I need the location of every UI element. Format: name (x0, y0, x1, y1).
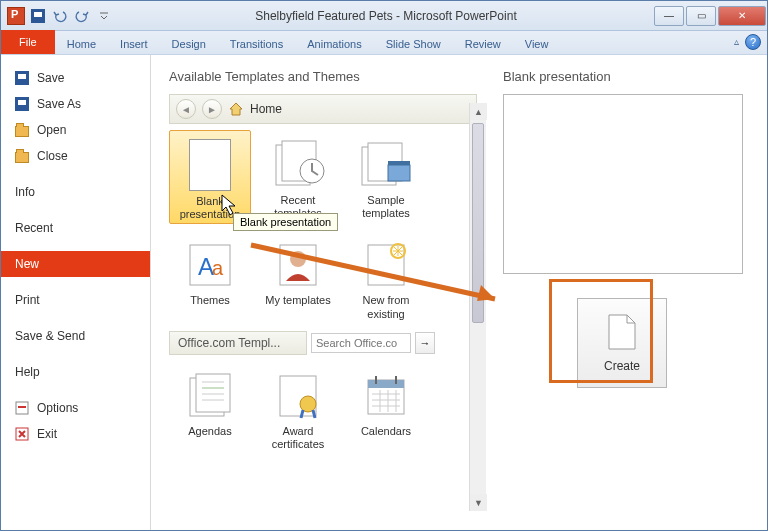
template-agendas[interactable]: Agendas (169, 361, 251, 453)
sidebar-save-as[interactable]: Save As (1, 91, 150, 117)
window-title: Shelbyfield Featured Pets - Microsoft Po… (119, 9, 653, 23)
sidebar-label: Options (37, 401, 78, 415)
tab-view[interactable]: View (513, 34, 561, 54)
template-label: Themes (171, 294, 249, 320)
sidebar-exit[interactable]: Exit (1, 421, 150, 447)
office-templates-row: Office.com Templ... → (169, 331, 435, 355)
undo-icon (53, 9, 67, 23)
quick-access-toolbar (1, 7, 119, 25)
office-template-grid: Agendas Award certificates Calendars (169, 361, 439, 453)
create-button[interactable]: Create (577, 298, 667, 388)
maximize-button[interactable]: ▭ (686, 6, 716, 26)
scroll-thumb[interactable] (472, 123, 484, 323)
help-button[interactable]: ? (745, 34, 761, 50)
svg-point-14 (290, 251, 306, 267)
template-label: Agendas (171, 425, 249, 451)
search-go-button[interactable]: → (415, 332, 435, 354)
ribbon-tabs: File Home Insert Design Transitions Anim… (1, 31, 767, 55)
save-icon (15, 71, 29, 85)
template-label: Award certificates (259, 425, 337, 451)
svg-rect-26 (368, 380, 404, 388)
sidebar-new[interactable]: New (1, 251, 150, 277)
office-templates-label[interactable]: Office.com Templ... (169, 331, 307, 355)
file-tab[interactable]: File (1, 30, 55, 54)
scroll-up-button[interactable]: ▲ (470, 103, 487, 120)
tab-review[interactable]: Review (453, 34, 513, 54)
template-calendars[interactable]: Calendars (345, 361, 427, 453)
chevron-down-icon (100, 12, 108, 20)
backstage-main: Available Templates and Themes ◄ ► Home … (151, 55, 767, 530)
preview-heading: Blank presentation (503, 69, 751, 84)
sidebar-label: Close (37, 149, 68, 163)
award-certificates-icon (266, 367, 330, 423)
sidebar-label: New (15, 257, 39, 271)
tab-design[interactable]: Design (160, 34, 218, 54)
window-controls: — ▭ ✕ (653, 6, 767, 26)
home-icon[interactable] (228, 101, 244, 117)
backstage-sidebar: Save Save As Open Close Info Recent New … (1, 55, 151, 530)
sidebar-label: Save & Send (15, 329, 85, 343)
sidebar-label: Print (15, 293, 40, 307)
backstage-body: Save Save As Open Close Info Recent New … (1, 55, 767, 530)
template-themes[interactable]: Aa Themes (169, 230, 251, 322)
sidebar-recent[interactable]: Recent (1, 215, 150, 241)
svg-rect-18 (196, 374, 230, 412)
sidebar-close[interactable]: Close (1, 143, 150, 169)
agendas-icon (178, 367, 242, 423)
scroll-down-button[interactable]: ▼ (470, 494, 487, 511)
sidebar-print[interactable]: Print (1, 287, 150, 313)
breadcrumb-forward-button[interactable]: ► (202, 99, 222, 119)
tab-insert[interactable]: Insert (108, 34, 160, 54)
breadcrumb-home[interactable]: Home (250, 102, 282, 116)
my-templates-icon (266, 236, 330, 292)
sidebar-options[interactable]: Options (1, 395, 150, 421)
sidebar-save[interactable]: Save (1, 65, 150, 91)
folder-close-icon (15, 152, 29, 163)
search-office-input[interactable] (311, 333, 411, 353)
sidebar-help[interactable]: Help (1, 359, 150, 385)
qat-undo-button[interactable] (51, 7, 69, 25)
tooltip: Blank presentation (233, 213, 338, 231)
blank-presentation-icon (178, 137, 242, 193)
create-label: Create (604, 359, 640, 373)
themes-icon: Aa (178, 236, 242, 292)
sidebar-label: Exit (37, 427, 57, 441)
svg-rect-1 (18, 406, 26, 408)
close-button[interactable]: ✕ (718, 6, 766, 26)
template-new-from-existing[interactable]: New from existing (345, 230, 427, 322)
template-label: New from existing (347, 294, 425, 320)
templates-heading: Available Templates and Themes (169, 69, 477, 84)
recent-templates-icon (266, 136, 330, 192)
sidebar-label: Help (15, 365, 40, 379)
tab-home[interactable]: Home (55, 34, 108, 54)
preview-panel: Blank presentation Create (487, 55, 767, 530)
powerpoint-icon (7, 7, 25, 25)
titlebar: Shelbyfield Featured Pets - Microsoft Po… (1, 1, 767, 31)
minimize-button[interactable]: — (654, 6, 684, 26)
svg-point-24 (300, 396, 316, 412)
template-blank-presentation[interactable]: Blank presentation (169, 130, 251, 224)
qat-redo-button[interactable] (73, 7, 91, 25)
tab-animations[interactable]: Animations (295, 34, 373, 54)
document-icon (607, 313, 637, 351)
app-window: Shelbyfield Featured Pets - Microsoft Po… (0, 0, 768, 531)
sidebar-save-send[interactable]: Save & Send (1, 323, 150, 349)
tab-transitions[interactable]: Transitions (218, 34, 295, 54)
preview-thumbnail (503, 94, 743, 274)
qat-save-button[interactable] (29, 7, 47, 25)
sidebar-label: Save (37, 71, 64, 85)
new-from-existing-icon (354, 236, 418, 292)
tab-slideshow[interactable]: Slide Show (374, 34, 453, 54)
template-sample[interactable]: Sample templates (345, 130, 427, 224)
sidebar-open[interactable]: Open (1, 117, 150, 143)
qat-customize-button[interactable] (95, 7, 113, 25)
template-recent[interactable]: Recent templates (257, 130, 339, 224)
template-my-templates[interactable]: My templates (257, 230, 339, 322)
ribbon-minimize-button[interactable]: ▵ (734, 36, 739, 47)
svg-rect-8 (388, 165, 410, 181)
sidebar-info[interactable]: Info (1, 179, 150, 205)
templates-scrollbar[interactable]: ▲ ▼ (469, 103, 486, 511)
breadcrumb-back-button[interactable]: ◄ (176, 99, 196, 119)
template-award-certificates[interactable]: Award certificates (257, 361, 339, 453)
folder-open-icon (15, 126, 29, 137)
